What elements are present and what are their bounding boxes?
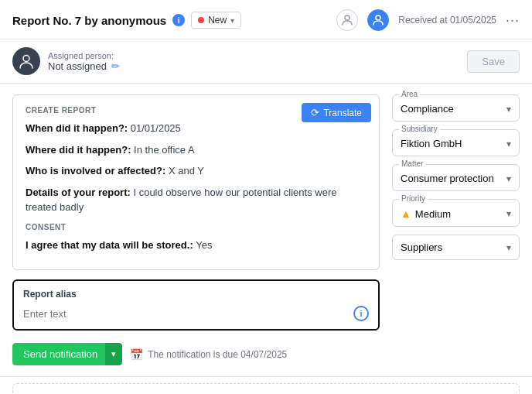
notification-row: Send notification ▾ 📅 The notification i… [12,343,380,365]
matter-value: Consumer protection [401,173,494,184]
send-notification-button[interactable]: Send notification [12,343,108,365]
divider [0,376,532,377]
field-when: When did it happen?: 01/01/2025 [26,121,367,136]
matter-dropdown[interactable]: Matter Consumer protection ▾ [392,164,520,191]
area-dropdown[interactable]: Area Compliance ▾ [392,94,520,122]
send-notification-dropdown[interactable]: ▾ [105,343,122,365]
svg-point-1 [376,15,380,20]
edit-icon[interactable]: ✏ [111,60,120,72]
alias-input[interactable] [23,308,347,320]
attach-files-box[interactable]: Click here to attach documents or files [12,383,520,394]
status-badge[interactable]: New ▾ [191,12,241,29]
field-label-where: Where did it happen?: [26,144,134,156]
chevron-down-icon: ▾ [230,16,234,25]
field-label-consent: I agree that my data will be stored.: [26,239,196,251]
header-right: Received at 01/05/2025 ··· [336,9,520,31]
translate-icon: ⟳ [311,107,319,118]
dots-menu[interactable]: ··· [506,12,520,29]
translate-button[interactable]: ⟳ Translate [302,103,371,122]
received-label: Received at 01/05/2025 [398,15,496,26]
priority-value: Medium [415,208,451,220]
field-label-when: When did it happen?: [26,122,131,134]
priority-label: Priority [399,194,428,203]
save-button[interactable]: Save [467,50,520,73]
assigned-row: Assigned person: Not assigned ✏ Save [0,39,532,84]
user-icon[interactable] [336,9,358,31]
svg-point-2 [23,56,29,62]
field-consent: I agree that my data will be stored.: Ye… [26,238,367,253]
matter-label: Matter [399,159,425,168]
status-dot [198,17,204,23]
field-value-where: In the office A [134,144,195,156]
svg-point-0 [345,15,350,20]
field-label-involved: Who is involved or affected?: [26,165,169,176]
notification-date: 📅 The notification is due 04/07/2025 [130,348,287,361]
alias-input-row: i [23,306,369,321]
main-content: ⟳ Translate CREATE REPORT When did it ha… [0,84,532,376]
priority-chevron-icon: ▾ [506,208,511,219]
field-involved: Who is involved or affected?: X and Y [26,163,367,179]
area-dropdown-row[interactable]: Compliance ▾ [401,103,511,115]
subsidiary-dropdown-row[interactable]: Fiktion GmbH ▾ [401,138,511,149]
status-label: New [208,15,227,26]
assigned-info: Assigned person: Not assigned ✏ [48,51,120,72]
suppliers-value: Suppliers [401,242,442,253]
assigned-label: Assigned person: [48,51,120,60]
area-label: Area [399,90,420,98]
notification-date-label: The notification is due 04/07/2025 [148,349,287,360]
field-value-involved: X and Y [169,165,204,176]
priority-dropdown-row[interactable]: ▲ Medium ▾ [401,207,511,220]
area-chevron-icon: ▾ [506,104,511,115]
priority-dropdown[interactable]: Priority ▲ Medium ▾ [392,199,520,227]
left-panel: ⟳ Translate CREATE REPORT When did it ha… [12,94,380,365]
page-title: Report No. 7 by anonymous [12,14,166,27]
matter-dropdown-row[interactable]: Consumer protection ▾ [401,173,511,184]
field-value-consent: Yes [196,239,212,251]
send-label: Send notification [23,348,97,360]
matter-chevron-icon: ▾ [506,173,511,184]
user-icon-active[interactable] [367,9,389,31]
alias-box: Report alias i [12,279,380,331]
send-notification-group: Send notification ▾ [12,343,122,365]
assigned-left: Assigned person: Not assigned ✏ [12,47,120,75]
suppliers-dropdown[interactable]: Suppliers ▾ [392,235,520,260]
header-left: Report No. 7 by anonymous i New ▾ [12,12,241,29]
alias-label: Report alias [23,289,369,300]
calendar-icon: 📅 [130,348,143,361]
assigned-value: Not assigned [48,60,107,72]
field-label-details: Details of your report: [26,187,133,198]
subsidiary-label: Subsidiary [399,125,440,133]
priority-icon: ▲ [401,207,411,220]
right-panel: Area Compliance ▾ Subsidiary Fiktion Gmb… [392,94,520,365]
subsidiary-value: Fiktion GmbH [401,138,462,149]
subsidiary-dropdown[interactable]: Subsidiary Fiktion GmbH ▾ [392,129,520,156]
field-value-when: 01/01/2025 [131,122,181,134]
field-where: Where did it happen?: In the office A [26,142,367,158]
info-icon[interactable]: i [172,14,185,26]
consent-label: CONSENT [26,223,367,231]
avatar [12,47,40,75]
priority-row: ▲ Medium [401,207,451,220]
alias-info-icon[interactable]: i [353,306,369,321]
consent-section: CONSENT I agree that my data will be sto… [26,223,367,253]
area-value: Compliance [401,103,454,115]
suppliers-chevron-icon: ▾ [506,242,511,253]
field-details: Details of your report: I could observe … [26,185,367,215]
report-card: ⟳ Translate CREATE REPORT When did it ha… [12,94,380,270]
page-header: Report No. 7 by anonymous i New ▾ Receiv… [0,0,532,39]
subsidiary-chevron-icon: ▾ [506,139,511,149]
